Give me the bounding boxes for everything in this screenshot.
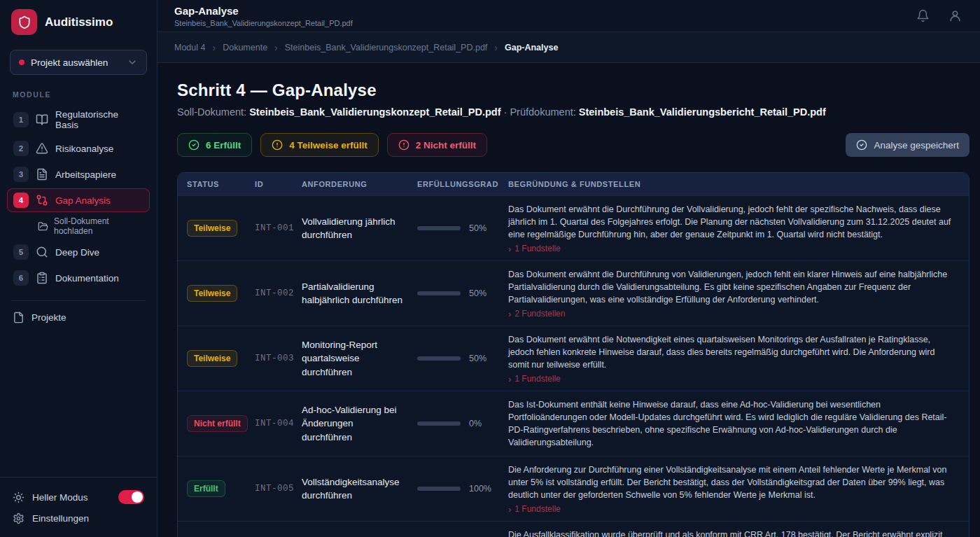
light-mode-toggle[interactable] xyxy=(118,490,144,504)
sidebar-item-arbeitspapiere[interactable]: 3Arbeitspapiere xyxy=(7,162,150,186)
requirement-id: INT-003 xyxy=(255,354,302,363)
module-section-label: MODULE xyxy=(0,76,157,105)
module-number-badge: 1 xyxy=(13,112,29,127)
step-title: Schritt 4 — Gap-Analyse xyxy=(177,81,969,100)
module-number-badge: 5 xyxy=(13,244,29,260)
summary-pill-danger[interactable]: 2 Nicht erfüllt xyxy=(387,133,487,157)
sidebar-item-einstellungen[interactable]: Einstellungen xyxy=(11,508,146,529)
progress-bar xyxy=(417,291,461,295)
progress-bar xyxy=(417,487,461,491)
table-row-int-006: ErfülltINT-006Ausfallklassifikation über… xyxy=(178,521,969,537)
pruef-label: Prüfdokument: xyxy=(510,106,575,118)
breadcrumb: Modul 4›Dokumente›Steinbeis_Bank_Validie… xyxy=(158,32,980,63)
chevron-right-icon: › xyxy=(508,244,511,253)
fundstelle-link[interactable]: ›1 Fundstelle xyxy=(508,374,951,384)
app-logo-row: Auditissimo xyxy=(0,0,157,44)
project-status-dot xyxy=(19,60,24,65)
progress-percent: 50% xyxy=(469,223,486,233)
progress-percent: 50% xyxy=(469,354,486,363)
content: Schritt 4 — Gap-Analyse Soll-Dokument: S… xyxy=(158,63,980,537)
gear-icon xyxy=(13,512,24,524)
requirement-text: Monitoring-Report quartalsweise durchfüh… xyxy=(302,338,417,378)
sidebar-item-label: Risikoanalyse xyxy=(55,144,113,154)
status-badge: Teilweise xyxy=(187,220,237,237)
column-header: STATUS xyxy=(187,180,255,188)
app-name: Auditissimo xyxy=(45,15,113,29)
analysis-saved-button[interactable]: Analyse gespeichert xyxy=(846,133,969,157)
page-subtitle: Steinbeis_Bank_Validierungskonzept_Retai… xyxy=(174,19,353,27)
check-circle-icon xyxy=(856,139,867,151)
module-number-badge: 2 xyxy=(13,141,29,156)
column-header: ANFORDERUNG xyxy=(302,180,417,188)
table-header: STATUSIDANFORDERUNGERFÜLLUNGSGRADBEGRÜND… xyxy=(178,173,969,195)
fulfillment-progress: 0% xyxy=(417,419,508,428)
breadcrumb-link[interactable]: Steinbeis_Bank_Validierungskonzept_Retai… xyxy=(285,43,488,53)
sidebar-item-projekte[interactable]: Projekte xyxy=(0,308,157,327)
app-logo xyxy=(11,9,37,35)
light-mode-label: Heller Modus xyxy=(32,492,88,503)
alert-circle-icon xyxy=(398,139,410,151)
reason-text: Das Dokument erwähnt die Durchführung de… xyxy=(508,203,951,241)
fundstelle-label: 1 Fundstelle xyxy=(514,374,560,384)
sidebar-item-label: Dokumentation xyxy=(55,273,119,284)
table-body: TeilweiseINT-001Vollvalidierung jährlich… xyxy=(178,195,969,537)
breadcrumb-link[interactable]: Dokumente xyxy=(223,43,267,53)
chevron-right-icon: › xyxy=(508,505,511,514)
soll-filename: Steinbeis_Bank_Validierungskonzept_Retai… xyxy=(249,106,500,118)
requirement-id: INT-001 xyxy=(255,223,302,233)
soll-label: Soll-Dokument: xyxy=(177,106,246,118)
fundstelle-link[interactable]: ›2 Fundstellen xyxy=(508,309,951,319)
sun-icon xyxy=(13,491,24,503)
status-badge: Teilweise xyxy=(187,350,237,367)
alert-circle-icon xyxy=(272,139,283,151)
reason-text: Die Anforderung zur Durchführung einer V… xyxy=(508,463,951,501)
column-header: ERFÜLLUNGSGRAD xyxy=(417,180,508,188)
chevron-right-icon: › xyxy=(508,309,511,319)
pruef-filename: Steinbeis_Bank_Validierungsbericht_Retai… xyxy=(579,106,826,118)
reason-text: Das Dokument erwähnt die Notwendigkeit e… xyxy=(508,333,951,371)
sidebar-item-regulatorische-basis[interactable]: 1Regulatorische Basis xyxy=(7,105,150,134)
sidebar-subitem-soll-dokument-hochladen[interactable]: Soll-Dokument hochladen xyxy=(38,216,143,236)
sidebar-item-deep-dive[interactable]: 5Deep Dive xyxy=(7,240,150,264)
gap-table: STATUSIDANFORDERUNGERFÜLLUNGSGRADBEGRÜND… xyxy=(177,172,969,537)
doc-separator: · xyxy=(504,106,507,118)
book-open-icon xyxy=(36,113,48,126)
summary-pill-label: 2 Nicht erfüllt xyxy=(416,140,476,151)
reason-text: Das Dokument erwähnt die Durchführung vo… xyxy=(508,268,951,306)
sidebar-item-label: Gap Analysis xyxy=(55,195,111,206)
sidebar-item-risikoanalyse[interactable]: 2Risikoanalyse xyxy=(7,137,150,160)
sidebar-item-dokumentation[interactable]: 6Dokumentation xyxy=(7,266,150,290)
fundstelle-label: 1 Fundstelle xyxy=(514,504,560,514)
breadcrumb-current: Gap-Analyse xyxy=(505,43,558,53)
chevron-right-icon: › xyxy=(508,375,511,384)
clipboard-icon xyxy=(36,272,48,284)
status-badge: Teilweise xyxy=(187,285,237,302)
progress-bar xyxy=(417,421,461,426)
progress-percent: 100% xyxy=(469,484,491,494)
main-area: Gap-Analyse Steinbeis_Bank_Validierungsk… xyxy=(158,0,980,537)
fundstelle-link[interactable]: ›1 Fundstelle xyxy=(508,504,951,514)
sidebar-item-gap-analysis[interactable]: 4Gap Analysis xyxy=(7,188,150,212)
page-title: Gap-Analyse xyxy=(174,5,353,17)
light-mode-row: Heller Modus xyxy=(11,486,146,508)
progress-percent: 50% xyxy=(469,288,486,298)
table-row-int-005: ErfülltINT-005Vollständigkeitsanalyse du… xyxy=(178,456,969,521)
breadcrumb-separator: › xyxy=(494,42,498,53)
bell-icon[interactable] xyxy=(916,9,930,22)
alert-triangle-icon xyxy=(36,142,48,155)
summary-pill-success[interactable]: 6 Erfüllt xyxy=(177,133,252,157)
status-badge: Nicht erfüllt xyxy=(187,415,248,432)
summary-pill-warning[interactable]: 4 Teilweise erfüllt xyxy=(260,133,379,157)
user-icon[interactable] xyxy=(948,9,962,22)
fundstelle-link[interactable]: ›1 Fundstelle xyxy=(508,244,951,253)
sidebar-item-label: Arbeitspapiere xyxy=(55,169,116,180)
requirement-id: INT-005 xyxy=(255,484,302,494)
table-row-int-001: TeilweiseINT-001Vollvalidierung jährlich… xyxy=(178,195,969,260)
fulfillment-progress: 50% xyxy=(417,354,508,363)
project-selector[interactable]: Projekt auswählen xyxy=(10,50,147,75)
sidebar-footer: Heller Modus Einstellungen xyxy=(0,477,157,537)
breadcrumb-link[interactable]: Modul 4 xyxy=(174,43,205,53)
sidebar-item-label: Deep Dive xyxy=(55,247,99,258)
requirement-text: Partialvalidierung halbjährlich durchfüh… xyxy=(302,280,417,307)
document-line: Soll-Dokument: Steinbeis_Bank_Validierun… xyxy=(177,106,969,118)
